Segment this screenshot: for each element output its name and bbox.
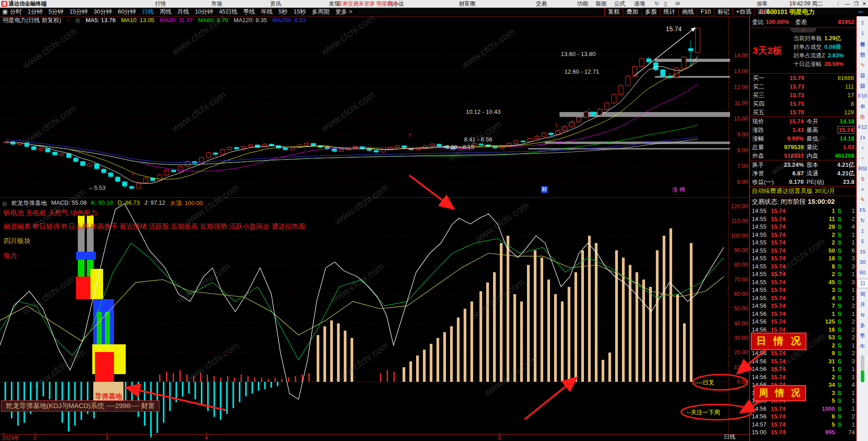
draw-icon[interactable]: ✎ — [857, 195, 868, 205]
candle — [290, 147, 294, 150]
menu-公式[interactable]: 公式 — [614, 0, 625, 8]
period-1分钟[interactable]: 1分钟 — [28, 8, 43, 16]
period-5min-icon[interactable]: 5 — [857, 236, 868, 247]
period-周线[interactable]: 周线 — [160, 8, 171, 16]
stat-row: 外盘518331内盘461208 — [750, 151, 857, 160]
period-30分钟[interactable]: 30分钟 — [94, 8, 112, 16]
indicator-tag-line: 钒电池 充电桩 天然气 绿色电力 — [4, 209, 98, 217]
toolbar-button-统计[interactable]: 统计 — [660, 8, 679, 16]
toolbar-button-叠加[interactable]: 叠加 — [623, 8, 642, 16]
signal-icon[interactable]: S — [857, 174, 868, 184]
finance-flag-icon[interactable]: 财 — [541, 186, 548, 193]
period-5秒[interactable]: 5秒 — [279, 8, 288, 16]
menu-财富圈[interactable]: 财富圈 — [459, 0, 475, 8]
period-day-icon[interactable]: 日 — [857, 279, 868, 288]
kline-icon[interactable]: ▥ — [857, 70, 868, 80]
period-45日线[interactable]: 45日线 — [219, 8, 237, 16]
period-分时[interactable]: 分时 — [10, 8, 22, 16]
toolbar-button-+自选[interactable]: +自选 — [733, 8, 755, 16]
board-streak-badge: 3天2板 — [753, 44, 782, 57]
refresh-icon[interactable]: ↻ — [857, 216, 868, 226]
period-month-icon[interactable]: 月 — [857, 300, 868, 310]
scroll-down-icon[interactable]: ⇩ — [857, 28, 868, 39]
phone-icon[interactable]: ▯ — [664, 0, 667, 8]
collapse-notch[interactable]: ∧ — [791, 28, 816, 33]
crosshair-icon[interactable]: + — [857, 184, 868, 195]
period-quarter-icon[interactable]: 季 — [857, 331, 868, 341]
back-arrow-icon[interactable]: ⇦ — [858, 8, 863, 16]
period-多周期[interactable]: 多周期 — [312, 8, 330, 16]
renewal-banner[interactable]: 自动续费通达信普及版 30元/月 — [750, 186, 857, 196]
user-label[interactable]: 游客 — [757, 0, 768, 8]
price-axis-label: 7.00 — [729, 163, 748, 169]
period-5分钟[interactable]: 5分钟 — [48, 8, 63, 16]
menu-功能[interactable]: 功能 — [577, 0, 588, 8]
mail-icon[interactable]: ✉ — [675, 0, 680, 8]
rsi-icon[interactable]: RSI — [857, 164, 868, 174]
period-1min-icon[interactable]: 1 — [857, 226, 868, 236]
grid-icon[interactable]: ⊞ — [857, 101, 868, 112]
tick-row: 14:5515.7418S3 — [750, 254, 857, 263]
report-icon[interactable]: ▦ — [857, 39, 868, 49]
formula-icon[interactable]: ƒx — [857, 132, 868, 143]
buy-row[interactable]: 买四15.718 — [750, 99, 857, 108]
menu-资讯[interactable]: 资讯 — [270, 0, 281, 8]
menu-交易[interactable]: 交易 — [536, 0, 547, 8]
period-15min-icon[interactable]: 15 — [857, 247, 868, 257]
menu-行情[interactable]: 行情 — [155, 0, 166, 8]
menu-市场[interactable]: 市场 — [211, 0, 222, 8]
period-week-icon[interactable]: 周 — [857, 289, 868, 300]
collapse-icon[interactable]: ◎ — [75, 17, 80, 23]
toolbar-button-复权[interactable]: 复权 — [604, 8, 623, 16]
tick-list: 14:5515.741S114:5515.7411S214:5515.7428S… — [750, 207, 857, 441]
period-60分钟[interactable]: 60分钟 — [118, 8, 136, 16]
toolbar-button-画线[interactable]: 画线 — [679, 8, 697, 16]
period-10分钟[interactable]: 10分钟 — [195, 8, 213, 16]
buy-row[interactable]: 买二15.73111 — [750, 82, 857, 91]
toolbar-button-多股[interactable]: 多股 — [642, 8, 660, 16]
buy-row[interactable]: 买三15.7217 — [750, 91, 857, 99]
event-flag[interactable]: 涨 槽 — [672, 186, 685, 194]
period-multi-icon[interactable]: 多 — [857, 320, 868, 331]
custom-icon[interactable]: 自 — [857, 112, 868, 122]
f5-icon[interactable]: F5 — [857, 205, 868, 216]
period-year-icon[interactable]: 年 — [857, 341, 868, 352]
collapse-panel-icon[interactable]: 〈 — [835, 0, 840, 8]
candle — [220, 150, 225, 154]
maximize-icon[interactable]: ❐ — [854, 0, 859, 8]
month-axis-label: 2024年 — [2, 435, 19, 441]
indicator-collapse-icon[interactable]: ◎ — [2, 200, 7, 207]
period-15秒[interactable]: 15秒 — [294, 8, 306, 16]
news-icon[interactable]: ▧ — [857, 80, 868, 91]
period-年线[interactable]: 年线 — [261, 8, 273, 16]
buy-signal-arrow: ↑ — [555, 121, 558, 129]
period-日线[interactable]: 日线 — [142, 8, 154, 16]
ma-line — [6, 136, 698, 162]
scroll-up-icon[interactable]: ⇧ — [857, 18, 868, 28]
menu-选项[interactable]: 选项 — [634, 0, 645, 8]
minimize-icon[interactable]: — — [845, 0, 850, 8]
period-更多 >[interactable]: 更多 > — [336, 8, 352, 16]
period-n-icon[interactable]: N — [857, 310, 868, 320]
buy-row[interactable]: 买一15.7481688 — [750, 74, 857, 82]
buy-row[interactable]: 买五15.70128 — [750, 108, 857, 117]
period-季线[interactable]: 季线 — [243, 8, 255, 16]
period-月线[interactable]: 月线 — [177, 8, 189, 16]
toolbar-button-标记[interactable]: 标记 — [714, 8, 733, 16]
trend-line-icon[interactable]: ∿ — [857, 60, 868, 70]
menu-版面[interactable]: 版面 — [596, 0, 607, 8]
period-60min-icon[interactable]: 60 — [857, 267, 868, 278]
period-15分钟[interactable]: 15分钟 — [69, 8, 87, 16]
layout-icon[interactable]: ▣ — [2, 8, 8, 16]
indicator-value: MACD: 55.08 — [51, 199, 86, 207]
toolbar-button-F10[interactable]: F10 — [697, 8, 714, 16]
period-30min-icon[interactable]: 30 — [857, 257, 868, 267]
f12-icon[interactable]: F12 — [857, 122, 868, 132]
quote-table-icon[interactable]: ▤ — [857, 49, 868, 60]
wave-icon[interactable]: ~ — [857, 153, 868, 164]
refresh-icon[interactable]: ↻ — [655, 0, 659, 8]
f10-info-icon[interactable]: F10 — [857, 91, 868, 101]
zoom-slider[interactable] — [861, 355, 864, 382]
close-icon[interactable]: ✕ — [862, 0, 866, 8]
circle-tool-icon[interactable]: ○ — [857, 143, 868, 153]
